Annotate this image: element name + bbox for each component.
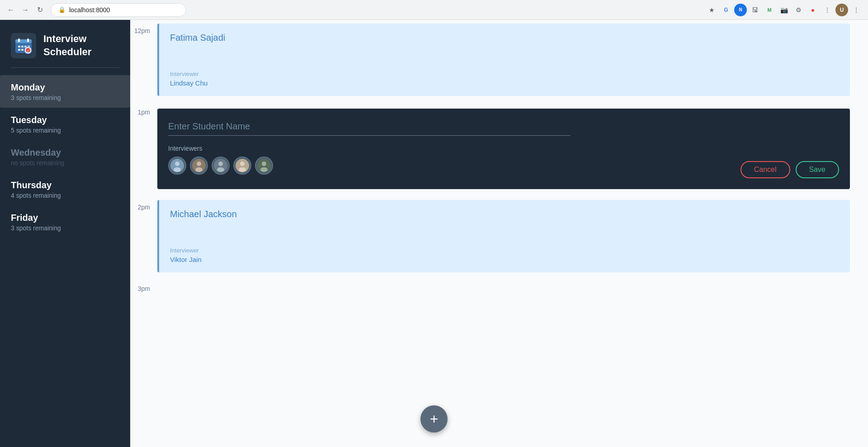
svg-point-21	[217, 167, 224, 172]
student-name-fatima: Fatima Sajadi	[170, 33, 839, 43]
day-label-thursday: Thursday	[11, 179, 119, 191]
reload-button[interactable]: ↻	[34, 5, 45, 15]
app-title: InterviewScheduler	[43, 33, 91, 58]
svg-rect-3	[27, 38, 29, 42]
main-content: 12pm Fatima Sajadi Interviewer Lindsay C…	[130, 20, 868, 447]
day-label-tuesday: Tuesday	[11, 114, 119, 126]
add-slot-fab[interactable]: +	[420, 405, 448, 433]
menu-dots-icon[interactable]: ⋮	[850, 4, 863, 16]
svg-point-24	[239, 167, 246, 172]
bookmark-icon[interactable]: ★	[705, 4, 718, 16]
logo-icon: ✓	[11, 33, 36, 58]
timeline: 12pm Fatima Sajadi Interviewer Lindsay C…	[130, 20, 868, 350]
interviewer-name-0: Lindsay Chu	[170, 79, 839, 87]
meet-icon[interactable]: M	[763, 4, 776, 16]
svg-rect-5	[21, 46, 24, 48]
interview-card-fatima[interactable]: Fatima Sajadi Interviewer Lindsay Chu	[157, 24, 850, 96]
cancel-button[interactable]: Cancel	[741, 161, 790, 178]
sidebar-divider	[11, 67, 119, 68]
sidebar-item-monday[interactable]: Monday 3 spots remaining	[0, 75, 130, 108]
sidebar-nav: Monday 3 spots remaining Tuesday 5 spots…	[0, 75, 130, 447]
interviewers-avatars	[168, 157, 839, 175]
time-content-12pm: Fatima Sajadi Interviewer Lindsay Chu	[157, 20, 850, 101]
svg-point-26	[262, 162, 266, 166]
profile-avatar[interactable]: U	[835, 4, 848, 16]
time-label-2pm: 2pm	[130, 196, 157, 211]
add-slot-form: Interviewers	[157, 109, 850, 189]
time-content-1pm: Interviewers	[157, 101, 850, 196]
time-label-3pm: 3pm	[130, 278, 157, 292]
sidebar: ✓ InterviewScheduler Monday 3 spots rema…	[0, 20, 130, 447]
svg-rect-2	[18, 38, 20, 42]
svg-point-17	[197, 162, 201, 166]
svg-point-14	[175, 162, 179, 166]
save-button[interactable]: Save	[796, 161, 839, 178]
svg-text:✓: ✓	[27, 49, 30, 53]
svg-point-27	[260, 167, 268, 172]
translate-icon[interactable]: G	[720, 4, 732, 16]
app-logo: ✓ InterviewScheduler	[0, 20, 130, 67]
lock-icon: 🔒	[58, 6, 66, 13]
timeslot-2pm: 2pm Michael Jackson Interviewer Viktor J…	[130, 196, 850, 278]
svg-point-18	[195, 167, 203, 172]
svg-rect-1	[15, 39, 32, 43]
timeslot-3pm: 3pm	[130, 278, 850, 314]
svg-rect-4	[18, 46, 20, 48]
interview-card-michael[interactable]: Michael Jackson Interviewer Viktor Jain	[157, 200, 850, 272]
nav-buttons: ← → ↻	[5, 5, 45, 15]
student-name-input[interactable]	[168, 119, 571, 136]
camera-icon[interactable]: 📷	[778, 4, 790, 16]
more-icon[interactable]: ⋮	[821, 4, 834, 16]
spots-label-wednesday: no spots remaining	[11, 159, 119, 166]
extension-icon[interactable]: ⚙	[792, 4, 805, 16]
record-icon[interactable]: ●	[807, 4, 819, 16]
interviewer-avatar-5[interactable]	[255, 157, 273, 175]
app-container: ✓ InterviewScheduler Monday 3 spots rema…	[0, 20, 868, 447]
time-label-1pm: 1pm	[130, 101, 157, 116]
address-bar[interactable]: 🔒 localhost:8000	[51, 3, 186, 17]
svg-point-23	[240, 162, 245, 166]
form-actions: Cancel Save	[741, 161, 839, 178]
day-label-monday: Monday	[11, 81, 119, 93]
back-button[interactable]: ←	[5, 5, 16, 15]
url-text: localhost:8000	[69, 6, 110, 14]
day-label-friday: Friday	[11, 212, 119, 224]
spots-label-thursday: 4 spots remaining	[11, 192, 119, 199]
timeslot-1pm: 1pm Interviewers	[130, 101, 850, 196]
interviewer-avatar-1[interactable]	[168, 157, 186, 175]
browser-chrome: ← → ↻ 🔒 localhost:8000 ★ G N 🖫 M 📷 ⚙ ● ⋮…	[0, 0, 868, 20]
interviewer-avatar-4[interactable]	[233, 157, 251, 175]
interviewer-label-0: Interviewer	[170, 71, 839, 77]
interviewer-name-2: Viktor Jain	[170, 256, 839, 263]
interviewer-avatar-3[interactable]	[212, 157, 230, 175]
save-icon[interactable]: 🖫	[749, 4, 761, 16]
svg-rect-9	[21, 49, 24, 51]
sidebar-item-friday[interactable]: Friday 3 spots remaining	[0, 205, 130, 238]
svg-point-20	[218, 162, 223, 166]
day-label-wednesday: Wednesday	[11, 147, 119, 158]
interviewer-label-2: Interviewer	[170, 247, 839, 254]
time-label-12pm: 12pm	[130, 20, 157, 34]
svg-point-15	[174, 167, 181, 172]
sidebar-item-thursday[interactable]: Thursday 4 spots remaining	[0, 173, 130, 205]
svg-rect-8	[18, 49, 20, 51]
time-content-2pm: Michael Jackson Interviewer Viktor Jain	[157, 196, 850, 278]
sidebar-item-wednesday[interactable]: Wednesday no spots remaining	[0, 140, 130, 173]
new-tab-icon[interactable]: N	[734, 4, 747, 16]
spots-label-monday: 3 spots remaining	[11, 94, 119, 101]
spots-label-friday: 3 spots remaining	[11, 224, 119, 232]
interviewer-avatar-2[interactable]	[190, 157, 208, 175]
student-name-michael: Michael Jackson	[170, 209, 839, 219]
browser-toolbar: ★ G N 🖫 M 📷 ⚙ ● ⋮ U ⋮	[705, 4, 863, 16]
spots-label-tuesday: 5 spots remaining	[11, 127, 119, 134]
sidebar-item-tuesday[interactable]: Tuesday 5 spots remaining	[0, 108, 130, 140]
interviewers-section-label: Interviewers	[168, 145, 839, 152]
time-content-3pm	[157, 278, 850, 314]
timeslot-12pm: 12pm Fatima Sajadi Interviewer Lindsay C…	[130, 20, 850, 101]
forward-button[interactable]: →	[20, 5, 31, 15]
